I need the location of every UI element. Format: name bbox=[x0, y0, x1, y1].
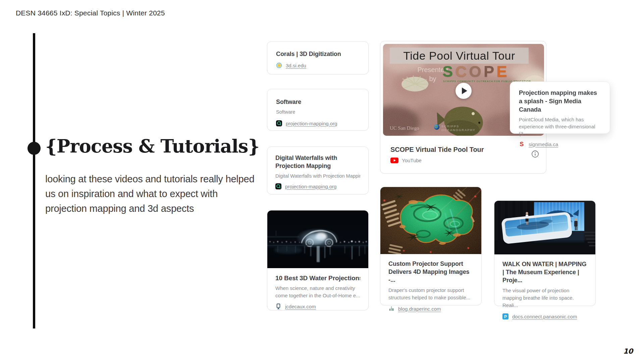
ucsd-logo: UC San Diego bbox=[390, 125, 419, 131]
link-card-draper[interactable]: Custom Projector Support Delivers 4D Map… bbox=[380, 187, 482, 305]
link-card-water-projections[interactable]: 10 Best 3D Water Projections When scienc… bbox=[267, 210, 369, 310]
card-link[interactable]: jcdecaux.com bbox=[285, 304, 316, 309]
card-description: Draper's custom projector support struct… bbox=[388, 287, 475, 301]
link-card-digital-waterfalls[interactable]: Digital Waterfalls with Projection Mappi… bbox=[267, 146, 369, 194]
card-title: Software bbox=[276, 98, 360, 106]
link-card-software[interactable]: Software Software projection-mapping.org bbox=[267, 89, 369, 131]
card-link[interactable]: docs.connect.panasonic.com bbox=[512, 314, 577, 319]
card-link[interactable]: 3d.si.edu bbox=[286, 63, 306, 68]
page-number: 10 bbox=[623, 347, 633, 355]
smithsonian-sun-icon bbox=[276, 62, 282, 68]
water-projection-thumbnail bbox=[267, 210, 368, 268]
card-description: When science, nature and creativity come… bbox=[275, 285, 360, 299]
svg-text:P: P bbox=[504, 314, 507, 319]
video-title: SCOPE Virtual Tide Pool Tour bbox=[390, 146, 536, 154]
timeline-bullet-dot bbox=[28, 142, 41, 155]
video-banner-title: Tide Pool Virtual Tour bbox=[390, 48, 529, 64]
projection-mapping-icon bbox=[276, 120, 282, 126]
panasonic-p-icon: P bbox=[502, 313, 508, 319]
video-source-label: YouTube bbox=[402, 158, 422, 163]
draper-icon bbox=[388, 306, 394, 312]
play-button[interactable] bbox=[455, 83, 472, 99]
link-card-corals[interactable]: Corals | 3D Digitization 3d.si.edu bbox=[267, 41, 369, 74]
card-title: Custom Projector Support Delivers 4D Map… bbox=[388, 260, 475, 284]
link-card-signmedia[interactable]: Projection mapping makes a splash - Sign… bbox=[510, 81, 610, 134]
section-title: {Process & Tutorials} bbox=[45, 135, 259, 157]
card-link[interactable]: blog.draperinc.com bbox=[398, 306, 441, 312]
jcdecaux-billboard-icon bbox=[275, 303, 281, 309]
pool-mapping-thumbnail bbox=[380, 187, 481, 254]
section-body-text: looking at these videos and tutorials re… bbox=[45, 172, 255, 216]
card-title: 10 Best 3D Water Projections bbox=[275, 274, 360, 282]
course-header: DESN 34665 IxD: Special Topics | Winter … bbox=[16, 9, 165, 17]
card-subtitle: Software bbox=[276, 109, 360, 115]
svg-text:S: S bbox=[520, 141, 524, 147]
card-description: PointCloud Media, which has experience w… bbox=[519, 116, 601, 137]
youtube-icon bbox=[390, 158, 398, 163]
projection-mapping-icon bbox=[275, 183, 281, 189]
slide-canvas: DESN 34665 IxD: Special Topics | Winter … bbox=[0, 0, 644, 362]
link-card-panasonic[interactable]: WALK ON WATER | MAPPING | The Museum Exp… bbox=[494, 200, 596, 306]
card-title: Corals | 3D Digitization bbox=[276, 50, 360, 58]
card-link[interactable]: projection-mapping.org bbox=[285, 184, 336, 189]
scope-logo: SCOPE bbox=[442, 62, 509, 80]
scripps-logo: SCRIPPS OCEANOGRAPHY bbox=[441, 124, 478, 132]
timeline-line bbox=[33, 33, 35, 328]
card-link[interactable]: projection-mapping.org bbox=[286, 121, 337, 126]
signmedia-s-icon: S bbox=[519, 141, 525, 147]
card-description: The visual power of projection mapping b… bbox=[502, 287, 589, 309]
walk-on-water-thumbnail bbox=[494, 201, 595, 254]
info-icon[interactable] bbox=[531, 150, 539, 158]
card-title: WALK ON WATER | MAPPING | The Museum Exp… bbox=[502, 260, 589, 284]
card-title: Projection mapping makes a splash - Sign… bbox=[519, 88, 601, 114]
card-title: Digital Waterfalls with Projection Mappi… bbox=[275, 154, 360, 170]
scripps-globe-icon bbox=[434, 124, 439, 130]
card-link[interactable]: signmedia.ca bbox=[529, 141, 558, 147]
card-subtitle: Digital Waterfalls with Projection Mappi… bbox=[275, 173, 360, 179]
